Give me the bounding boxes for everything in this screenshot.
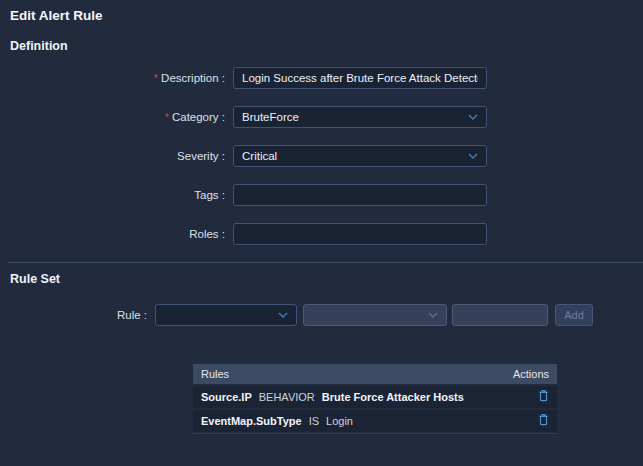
delete-rule-button[interactable] (538, 389, 549, 405)
chevron-down-icon (468, 114, 478, 120)
severity-select-value: Critical (242, 150, 277, 162)
section-divider (8, 262, 643, 263)
table-bottom-border (193, 433, 557, 434)
trash-icon (538, 413, 549, 429)
category-select[interactable]: BruteForce (233, 106, 487, 128)
required-asterisk: * (154, 72, 158, 84)
rule-condition-select[interactable] (303, 304, 447, 326)
rule-text: Source.IP BEHAVIOR Brute Force Attacker … (201, 391, 471, 403)
form-row-description: *Description : (0, 67, 643, 89)
roles-label-text: Roles : (189, 228, 225, 240)
rule-value: Login (326, 415, 353, 427)
form-row-roles: Roles : (0, 223, 643, 245)
page-title: Edit Alert Rule (10, 8, 103, 23)
category-select-value: BruteForce (242, 111, 299, 123)
rule-label: Rule : (0, 309, 147, 321)
actions-column-header: Actions (513, 368, 549, 380)
category-label: *Category : (0, 111, 225, 123)
category-label-text: Category : (172, 111, 225, 123)
roles-input[interactable] (233, 223, 487, 245)
rule-attribute: EventMap.SubType (201, 415, 302, 427)
rule-operator: BEHAVIOR (259, 391, 315, 403)
rule-operator: IS (309, 415, 319, 427)
trash-icon (538, 389, 549, 405)
rule-value-input[interactable] (452, 304, 548, 326)
description-label-text: Description : (161, 72, 225, 84)
form-row-category: *Category : BruteForce (0, 106, 643, 128)
definition-section-heading: Definition (10, 39, 68, 53)
ruleset-section-heading: Rule Set (10, 272, 60, 286)
rules-column-header: Rules (201, 368, 229, 380)
severity-select[interactable]: Critical (233, 145, 487, 167)
chevron-down-icon (468, 153, 478, 159)
chevron-down-icon (278, 312, 288, 318)
table-row: EventMap.SubType IS Login (193, 410, 557, 432)
severity-label: Severity : (0, 150, 225, 162)
chevron-down-icon (428, 312, 438, 318)
table-row: Source.IP BEHAVIOR Brute Force Attacker … (193, 386, 557, 408)
severity-label-text: Severity : (177, 150, 225, 162)
form-row-tags: Tags : (0, 184, 643, 206)
tags-input[interactable] (233, 184, 487, 206)
rule-value: Brute Force Attacker Hosts (322, 391, 464, 403)
rule-attribute-select[interactable] (155, 304, 297, 326)
rule-attribute: Source.IP (201, 391, 252, 403)
rules-table-header: Rules Actions (193, 364, 557, 384)
form-row-severity: Severity : Critical (0, 145, 643, 167)
tags-label-text: Tags : (194, 189, 225, 201)
description-input[interactable] (233, 67, 487, 89)
definition-form: *Description : *Category : BruteForce Se… (0, 67, 643, 262)
required-asterisk: * (165, 111, 169, 123)
rule-text: EventMap.SubType IS Login (201, 415, 360, 427)
tags-label: Tags : (0, 189, 225, 201)
rules-table: Rules Actions Source.IP BEHAVIOR Brute F… (193, 364, 557, 434)
roles-label: Roles : (0, 228, 225, 240)
delete-rule-button[interactable] (538, 413, 549, 429)
rule-builder-row: Rule : Add (0, 304, 593, 326)
add-rule-button[interactable]: Add (555, 304, 593, 326)
description-label: *Description : (0, 72, 225, 84)
